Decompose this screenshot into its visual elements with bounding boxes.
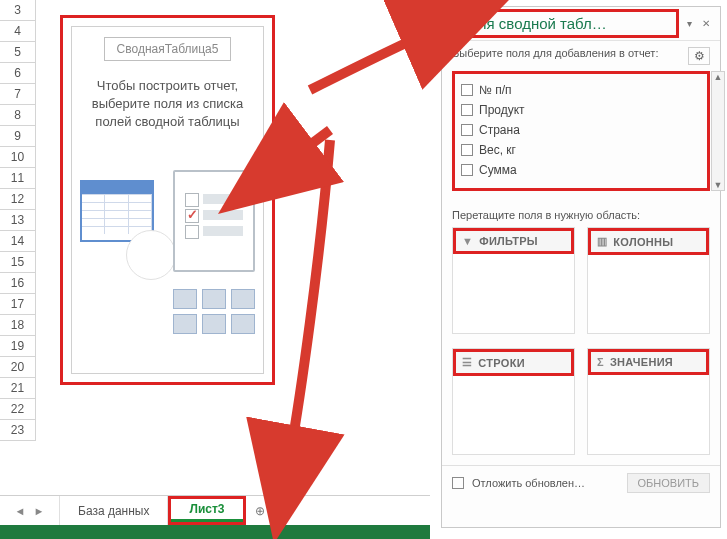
field-label: № п/п (479, 83, 512, 97)
fields-list-highlight: № п/п Продукт Страна Вес, кг Сумма ▲ ▼ (452, 71, 710, 191)
zone-values-header: Σ ЗНАЧЕНИЯ (588, 349, 709, 375)
sheet-tabs-strip: ◄ ► База данных Лист3 ⊕ (0, 495, 430, 525)
pane-title-row: Поля сводной табл… ▾ ✕ (442, 7, 720, 41)
row-header[interactable]: 19 (0, 336, 36, 357)
pane-footer: Отложить обновлен… ОБНОВИТЬ (442, 465, 720, 499)
field-item[interactable]: Вес, кг (461, 140, 701, 160)
sheet-tab-active-highlight: Лист3 (168, 496, 245, 525)
defer-checkbox[interactable] (452, 477, 464, 489)
filter-icon: ▼ (462, 235, 473, 247)
status-bar (0, 525, 430, 539)
row-headers: 3 4 5 6 7 8 9 10 11 12 13 14 15 16 17 18… (0, 0, 36, 441)
zone-filters-header: ▼ ФИЛЬТРЫ (453, 228, 574, 254)
row-header[interactable]: 9 (0, 126, 36, 147)
zone-columns-header: ▥ КОЛОННЫ (588, 228, 709, 255)
pivot-fields-pane: Поля сводной табл… ▾ ✕ Выберите поля для… (441, 6, 721, 528)
row-header[interactable]: 14 (0, 231, 36, 252)
pivot-hint: Чтобы построить отчет, выберите поля из … (84, 77, 251, 132)
row-header[interactable]: 18 (0, 315, 36, 336)
row-header[interactable]: 3 (0, 0, 36, 21)
drop-zones: ▼ ФИЛЬТРЫ ▥ КОЛОННЫ ☰ СТРОКИ Σ ЗНАЧЕНИЯ (442, 227, 720, 465)
pivot-name-box: СводнаяТаблица5 (104, 37, 232, 61)
zone-rows-label: СТРОКИ (478, 357, 525, 369)
field-checkbox[interactable] (461, 144, 473, 156)
defer-label: Отложить обновлен… (472, 477, 619, 489)
row-header[interactable]: 8 (0, 105, 36, 126)
zone-columns[interactable]: ▥ КОЛОННЫ (587, 227, 710, 334)
mini-circle-icon (126, 230, 176, 280)
row-header[interactable]: 20 (0, 357, 36, 378)
zone-columns-label: КОЛОННЫ (613, 236, 673, 248)
field-list-settings-button[interactable]: ⚙ (688, 47, 710, 65)
field-label: Вес, кг (479, 143, 516, 157)
field-item[interactable]: Продукт (461, 100, 701, 120)
row-header[interactable]: 22 (0, 399, 36, 420)
field-label: Продукт (479, 103, 525, 117)
sheet-tab-data[interactable]: База данных (60, 496, 168, 525)
row-header[interactable]: 7 (0, 84, 36, 105)
update-button[interactable]: ОБНОВИТЬ (627, 473, 710, 493)
choose-fields-label: Выберите поля для добавления в отчет: (452, 47, 688, 65)
worksheet: 3 4 5 6 7 8 9 10 11 12 13 14 15 16 17 18… (0, 0, 430, 539)
scroll-down-icon[interactable]: ▼ (714, 180, 723, 190)
field-checkbox[interactable] (461, 124, 473, 136)
field-item[interactable]: Страна (461, 120, 701, 140)
mini-grid-icon (173, 289, 255, 334)
values-icon: Σ (597, 356, 604, 368)
row-header[interactable]: 13 (0, 210, 36, 231)
sheet-tab-active[interactable]: Лист3 (171, 499, 242, 522)
row-header[interactable]: 12 (0, 189, 36, 210)
zone-values[interactable]: Σ ЗНАЧЕНИЯ (587, 348, 710, 455)
row-header[interactable]: 10 (0, 147, 36, 168)
row-header[interactable]: 17 (0, 294, 36, 315)
gear-icon: ⚙ (694, 49, 705, 63)
pivot-placeholder[interactable]: СводнаяТаблица5 Чтобы построить отчет, в… (71, 26, 264, 374)
field-label: Сумма (479, 163, 517, 177)
fields-scrollbar[interactable]: ▲ ▼ (711, 71, 725, 191)
row-header[interactable]: 21 (0, 378, 36, 399)
pivot-hint-line: Чтобы построить отчет, (97, 78, 238, 93)
columns-icon: ▥ (597, 235, 607, 248)
field-checkbox[interactable] (461, 84, 473, 96)
zone-values-label: ЗНАЧЕНИЯ (610, 356, 673, 368)
tab-next-icon[interactable]: ► (34, 505, 45, 517)
scroll-up-icon[interactable]: ▲ (714, 72, 723, 82)
rows-icon: ☰ (462, 356, 472, 369)
field-label: Страна (479, 123, 520, 137)
tab-nav: ◄ ► (0, 496, 60, 525)
drag-zones-label: Перетащите поля в нужную область: (442, 199, 720, 227)
pivot-diagram (84, 162, 251, 332)
row-header[interactable]: 4 (0, 21, 36, 42)
field-item[interactable]: Сумма (461, 160, 701, 180)
row-header[interactable]: 5 (0, 42, 36, 63)
choose-fields-row: Выберите поля для добавления в отчет: ⚙ (442, 41, 720, 67)
pivot-placeholder-highlight: СводнаяТаблица5 Чтобы построить отчет, в… (60, 15, 275, 385)
pane-dropdown-icon[interactable]: ▾ (685, 18, 694, 29)
field-checkbox[interactable] (461, 164, 473, 176)
tab-prev-icon[interactable]: ◄ (15, 505, 26, 517)
row-header[interactable]: 15 (0, 252, 36, 273)
row-header[interactable]: 11 (0, 168, 36, 189)
add-sheet-button[interactable]: ⊕ (246, 496, 274, 525)
row-header[interactable]: 23 (0, 420, 36, 441)
zone-filters-label: ФИЛЬТРЫ (479, 235, 538, 247)
field-checkbox[interactable] (461, 104, 473, 116)
mini-panel-icon (173, 170, 255, 272)
pane-close-icon[interactable]: ✕ (700, 18, 712, 29)
pivot-hint-line: полей сводной таблицы (95, 114, 239, 129)
zone-filters[interactable]: ▼ ФИЛЬТРЫ (452, 227, 575, 334)
pivot-hint-line: выберите поля из списка (92, 96, 243, 111)
zone-rows[interactable]: ☰ СТРОКИ (452, 348, 575, 455)
row-header[interactable]: 6 (0, 63, 36, 84)
pane-title: Поля сводной табл… (450, 9, 679, 38)
zone-rows-header: ☰ СТРОКИ (453, 349, 574, 376)
field-item[interactable]: № п/п (461, 80, 701, 100)
row-header[interactable]: 16 (0, 273, 36, 294)
